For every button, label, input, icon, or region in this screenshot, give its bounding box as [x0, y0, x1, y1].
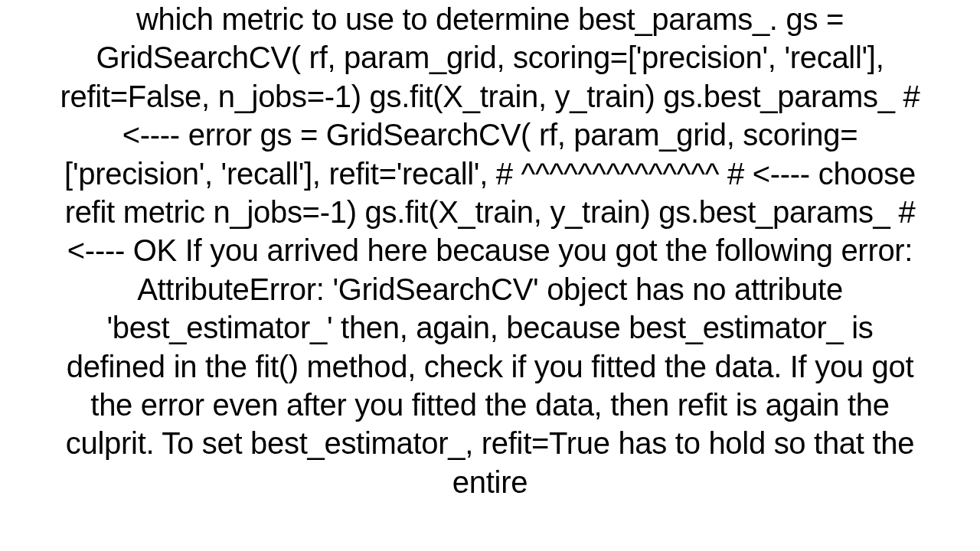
document-text-block: which metric to use to determine best_pa… [0, 0, 980, 551]
body-text: which metric to use to determine best_pa… [54, 0, 926, 501]
